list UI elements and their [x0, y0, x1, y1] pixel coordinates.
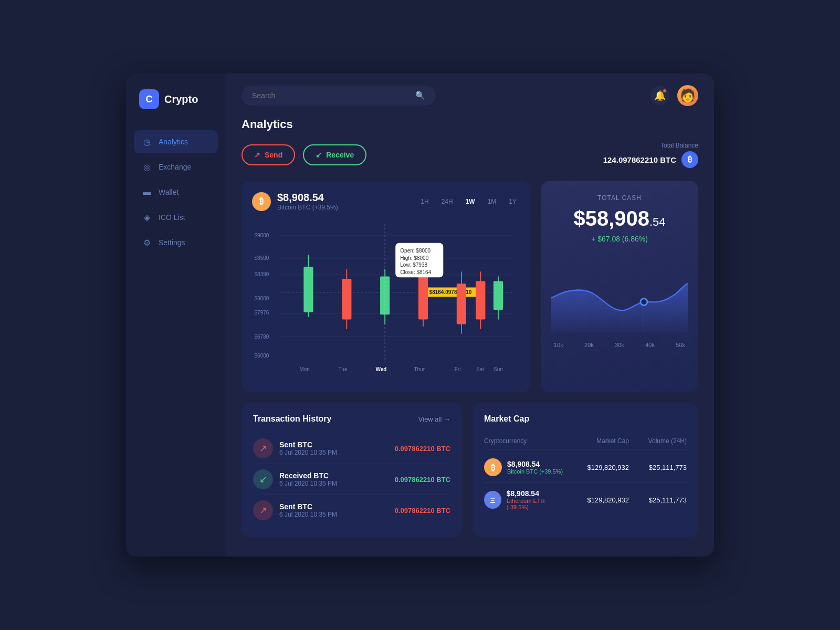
- svg-text:$6780: $6780: [255, 334, 269, 340]
- tx-sent-icon-2: ↗: [253, 500, 273, 520]
- sidebar-item-settings[interactable]: ⚙ Settings: [134, 231, 218, 254]
- x-label-20k: 20k: [584, 342, 594, 348]
- eth-vol-val: $25,111,773: [629, 496, 687, 504]
- tx-item-0: ↗ Sent BTC 6 Jul 2020 10:35 PM 0.0978622…: [253, 433, 450, 464]
- total-balance-value: 124.097862210 BTC ₿: [603, 151, 698, 168]
- market-table: Cryptocurrency Market Cap Volume (24H) ₿…: [484, 433, 687, 517]
- area-chart-svg: [551, 254, 688, 338]
- avatar-icon: 🧑: [680, 88, 696, 103]
- market-row-btc: ₿ $8,908.54 Bitcoin BTC (+39.5%) $129,82…: [484, 452, 687, 483]
- total-cash-card: TOTAL CASH $58,908.54 + $67.08 (6.86%): [541, 181, 698, 392]
- nav-label-ico: ICO List: [159, 213, 185, 222]
- x-label-40k: 40k: [645, 342, 655, 348]
- exchange-icon: ◎: [142, 162, 152, 172]
- time-1h[interactable]: 1H: [417, 196, 432, 207]
- page-content: Analytics ↗ Send ↙ Receive Total Balance: [226, 118, 714, 556]
- total-cash-amount: $58,908.54: [551, 207, 688, 230]
- tx-date-2: 6 Jul 2020 10:35 PM: [279, 511, 388, 518]
- coin-info-text: $8,908.54 Bitcoin BTC (+39.5%): [277, 192, 338, 211]
- header: 🔍 🔔 🧑: [226, 74, 714, 118]
- analytics-icon: ◷: [142, 136, 152, 147]
- svg-rect-26: [457, 284, 466, 324]
- market-col-headers: Cryptocurrency Market Cap Volume (24H): [484, 433, 687, 449]
- time-1w[interactable]: 1W: [463, 196, 478, 207]
- svg-text:High: $8000: High: $8000: [400, 255, 428, 261]
- btc-coin-icon: ₿: [252, 192, 271, 211]
- sidebar-item-wallet[interactable]: ▬ Wallet: [134, 181, 218, 204]
- btc-vol-val: $25,111,773: [629, 464, 687, 471]
- view-all-link[interactable]: View all →: [418, 415, 450, 423]
- action-row: ↗ Send ↙ Receive Total Balance 124.09786…: [242, 142, 698, 168]
- svg-text:$8390: $8390: [255, 271, 269, 277]
- nav-label-exchange: Exchange: [159, 163, 191, 171]
- tx-amount-2: 0.097862210 BTC: [395, 507, 450, 514]
- sidebar-item-exchange[interactable]: ◎ Exchange: [134, 155, 218, 178]
- eth-market-info: $8,908.54 Ethereum ETH (-39.5%): [507, 489, 566, 510]
- total-cash-change: + $67.08 (6.86%): [551, 235, 688, 243]
- svg-text:$8500: $8500: [255, 255, 269, 261]
- nav-label-analytics: Analytics: [159, 138, 188, 146]
- page-title: Analytics: [242, 118, 698, 131]
- svg-text:$7976: $7976: [255, 310, 269, 316]
- tx-item-2: ↗ Sent BTC 6 Jul 2020 10:35 PM 0.0978622…: [253, 495, 450, 526]
- market-header-row: Market Cap: [484, 414, 687, 424]
- tx-type-1: Received BTC: [279, 471, 388, 480]
- svg-text:Close: $8164: Close: $8164: [400, 269, 431, 275]
- tx-header-row: Transaction History View all →: [253, 414, 450, 424]
- svg-point-43: [640, 299, 647, 306]
- wallet-icon: ▬: [142, 187, 152, 197]
- tx-received-icon-1: ↙: [253, 469, 273, 489]
- tx-sent-icon-0: ↗: [253, 438, 273, 458]
- tx-type-0: Sent BTC: [279, 440, 388, 449]
- svg-text:$8000: $8000: [255, 296, 269, 301]
- chart-coin-info: ₿ $8,908.54 Bitcoin BTC (+39.5%): [252, 192, 338, 211]
- col-crypto: Cryptocurrency: [484, 437, 566, 445]
- search-icon: 🔍: [415, 91, 425, 100]
- btc-market-change: Bitcoin BTC (+39.5%): [507, 468, 563, 475]
- svg-rect-24: [418, 276, 428, 319]
- time-1y[interactable]: 1Y: [506, 196, 520, 207]
- bottom-row: Transaction History View all → ↗ Sent BT…: [242, 403, 698, 537]
- svg-text:$9000: $9000: [255, 233, 269, 238]
- nav-label-settings: Settings: [159, 238, 185, 247]
- svg-text:Low: $7938: Low: $7938: [400, 262, 427, 268]
- tx-item-1: ↙ Received BTC 6 Jul 2020 10:35 PM 0.097…: [253, 464, 450, 495]
- svg-text:Thur: Thur: [414, 366, 425, 372]
- total-balance-label: Total Balance: [603, 142, 698, 149]
- tx-title: Transaction History: [253, 414, 331, 424]
- market-coin-eth: Ξ $8,908.54 Ethereum ETH (-39.5%): [484, 489, 566, 510]
- charts-row: ₿ $8,908.54 Bitcoin BTC (+39.5%) 1H 24H …: [242, 181, 698, 392]
- time-1m[interactable]: 1M: [485, 196, 500, 207]
- avatar[interactable]: 🧑: [677, 85, 698, 106]
- sidebar-item-analytics[interactable]: ◷ Analytics: [134, 130, 218, 153]
- receive-button[interactable]: ↙ Receive: [303, 144, 366, 165]
- notification-button[interactable]: 🔔: [650, 86, 669, 105]
- svg-text:$6000: $6000: [255, 353, 269, 359]
- time-24h[interactable]: 24H: [438, 196, 456, 207]
- sidebar-logo: C Crypto: [126, 74, 226, 125]
- search-input[interactable]: [252, 91, 410, 100]
- eth-cap-val: $129,820,932: [566, 496, 629, 504]
- main-content: 🔍 🔔 🧑 Analytics ↗ Send: [226, 74, 714, 556]
- nav-label-wallet: Wallet: [159, 188, 178, 196]
- sidebar-item-ico[interactable]: ◈ ICO List: [134, 206, 218, 229]
- sidebar: C Crypto ◷ Analytics ◎ Exchange ▬ Wallet…: [126, 74, 226, 556]
- transaction-card: Transaction History View all → ↗ Sent BT…: [242, 403, 462, 537]
- svg-text:Sat: Sat: [476, 366, 484, 372]
- candlestick-chart: $9000 $8500 $8390 $8000 $7976 $6780 $600…: [252, 219, 520, 382]
- col-volume: Volume (24H): [629, 437, 687, 445]
- btc-market-info: $8,908.54 Bitcoin BTC (+39.5%): [507, 460, 563, 475]
- btc-market-price: $8,908.54: [507, 460, 563, 468]
- total-balance: Total Balance 124.097862210 BTC ₿: [603, 142, 698, 168]
- eth-market-change: Ethereum ETH (-39.5%): [507, 498, 566, 510]
- tx-date-1: 6 Jul 2020 10:35 PM: [279, 480, 388, 487]
- tx-amount-0: 0.097862210 BTC: [395, 445, 450, 453]
- send-button[interactable]: ↗ Send: [242, 144, 295, 165]
- sidebar-nav: ◷ Analytics ◎ Exchange ▬ Wallet ◈ ICO Li…: [126, 125, 226, 259]
- x-label-30k: 30k: [615, 342, 624, 348]
- btc-market-icon: ₿: [484, 458, 502, 476]
- market-row-eth: Ξ $8,908.54 Ethereum ETH (-39.5%) $129,8…: [484, 483, 687, 517]
- search-bar[interactable]: 🔍: [242, 86, 436, 106]
- send-icon: ↗: [254, 151, 260, 159]
- action-buttons: ↗ Send ↙ Receive: [242, 144, 366, 165]
